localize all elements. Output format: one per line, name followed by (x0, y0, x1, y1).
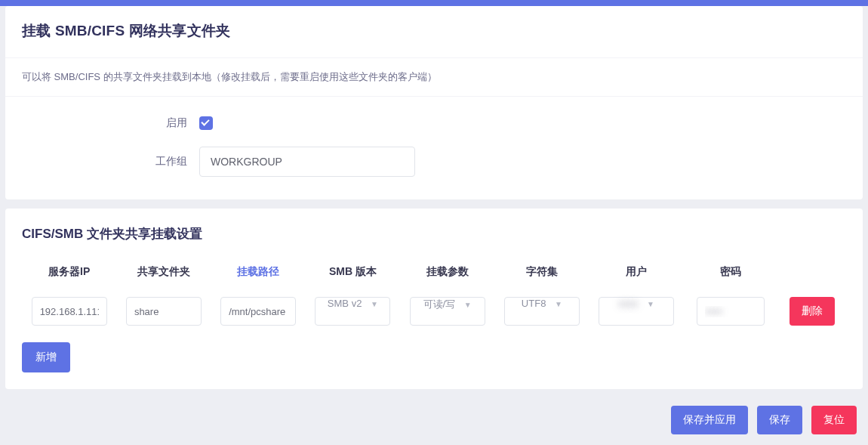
charset-value: UTF8 (522, 298, 546, 309)
enable-checkbox[interactable] (199, 116, 213, 130)
col-mount-params: 挂载参数 (400, 265, 494, 279)
add-button[interactable]: 新增 (22, 342, 70, 372)
table-row: SMB v2 ▼ 可读/写 ▼ UTF8 ▼ (22, 297, 846, 336)
mount-path-input[interactable] (220, 297, 296, 326)
smb-version-value: SMB v2 (328, 298, 362, 309)
workgroup-label: 工作组 (22, 155, 199, 168)
mount-table: 服务器IP 共享文件夹 挂载路径 SMB 版本 挂载参数 字符集 用户 密码 (22, 261, 846, 336)
col-server-ip: 服务器IP (22, 265, 116, 279)
save-button[interactable]: 保存 (757, 406, 802, 434)
charset-select[interactable]: UTF8 ▼ (504, 297, 580, 326)
section-title: CIFS/SMB 文件夹共享挂载设置 (22, 225, 846, 243)
panel-header: 挂载 SMB/CIFS 网络共享文件夹 (5, 6, 863, 58)
page-title: 挂载 SMB/CIFS 网络共享文件夹 (22, 21, 846, 41)
reset-button[interactable]: 复位 (811, 406, 857, 434)
col-smb-version: SMB 版本 (306, 265, 400, 279)
delete-button[interactable]: 删除 (790, 297, 835, 326)
col-user: 用户 (589, 265, 684, 279)
user-select[interactable]: xxxx ▼ (599, 297, 674, 326)
user-value: xxxx (618, 298, 638, 309)
footer-actions: 保存并应用 保存 复位 (5, 398, 863, 434)
mount-params-select[interactable]: 可读/写 ▼ (410, 297, 485, 326)
mount-config-panel: 挂载 SMB/CIFS 网络共享文件夹 可以将 SMB/CIFS 的共享文件夹挂… (5, 6, 863, 199)
caret-down-icon: ▼ (555, 300, 562, 308)
col-password: 密码 (684, 265, 778, 279)
smb-version-select[interactable]: SMB v2 ▼ (315, 297, 390, 326)
workgroup-input[interactable] (199, 147, 415, 177)
caret-down-icon: ▼ (647, 300, 654, 308)
share-folder-input[interactable] (126, 297, 202, 326)
save-apply-button[interactable]: 保存并应用 (671, 406, 748, 434)
password-input[interactable] (697, 297, 765, 326)
mount-params-value: 可读/写 (423, 298, 456, 310)
server-ip-input[interactable] (32, 297, 107, 326)
caret-down-icon: ▼ (371, 300, 378, 308)
col-charset: 字符集 (494, 265, 589, 279)
col-mount-path[interactable]: 挂载路径 (211, 265, 306, 279)
top-accent-bar (0, 0, 868, 6)
table-header-row: 服务器IP 共享文件夹 挂载路径 SMB 版本 挂载参数 字符集 用户 密码 (22, 261, 846, 297)
mount-table-panel: CIFS/SMB 文件夹共享挂载设置 服务器IP 共享文件夹 挂载路径 SMB … (5, 209, 863, 389)
enable-label: 启用 (22, 116, 199, 130)
caret-down-icon: ▼ (464, 301, 472, 309)
col-share-folder: 共享文件夹 (116, 265, 211, 279)
page-subtitle: 可以将 SMB/CIFS 的共享文件夹挂载到本地（修改挂载后，需要重启使用这些文… (5, 58, 863, 97)
